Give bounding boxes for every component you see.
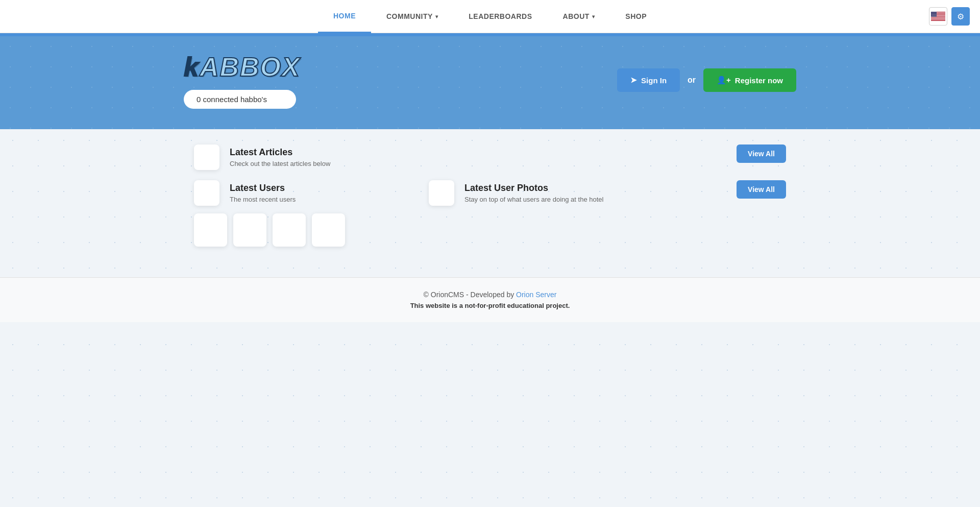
gear-icon: ⚙ <box>957 12 964 21</box>
hero-section: k A B B O X 0 connected habbo's ➤ Sign I… <box>0 36 980 129</box>
chevron-down-icon: ▾ <box>435 14 438 19</box>
nav-item-home[interactable]: HOME <box>318 0 371 33</box>
svg-rect-8 <box>931 17 945 18</box>
hero-auth-buttons: ➤ Sign In or 👤+ Register now <box>617 68 796 92</box>
connected-badge: 0 connected habbo's <box>184 90 296 109</box>
navbar: HOME COMMUNITY ▾ LEADERBOARDS ABOUT ▾ SH… <box>0 0 980 33</box>
articles-title: Latest Articles <box>230 147 330 158</box>
articles-text: Latest Articles Check out the latest art… <box>230 147 330 167</box>
footer-tagline: This website is a not-for-profit educati… <box>10 302 970 309</box>
latest-articles-row: Latest Articles Check out the latest art… <box>194 144 786 170</box>
user-avatar-card[interactable] <box>194 213 227 247</box>
user-avatar-card[interactable] <box>273 213 306 247</box>
photos-title: Latest User Photos <box>464 183 603 194</box>
users-text: Latest Users The most recent users <box>230 183 296 203</box>
users-icon-box <box>194 180 219 206</box>
settings-button[interactable]: ⚙ <box>951 7 970 26</box>
photos-subtitle: Stay on top of what users are doing at t… <box>464 196 603 203</box>
user-avatar-card[interactable] <box>312 213 345 247</box>
footer-copyright: © OrionCMS - Developed by Orion Server <box>10 291 970 299</box>
svg-rect-9 <box>931 18 945 18</box>
signin-button[interactable]: ➤ Sign In <box>617 68 680 92</box>
user-avatar-card[interactable] <box>233 213 266 247</box>
signin-icon: ➤ <box>630 76 637 85</box>
chevron-down-icon: ▾ <box>592 14 595 19</box>
hero-content: k A B B O X 0 connected habbo's ➤ Sign I… <box>184 52 796 109</box>
articles-icon-box <box>194 144 219 170</box>
latest-photos-info: Latest User Photos Stay on top of what u… <box>429 180 603 206</box>
articles-view-all-button[interactable]: View All <box>737 144 786 163</box>
svg-rect-12 <box>931 20 945 21</box>
navbar-right-controls: ★★★★★★ ★★★★★ ★★★★★★ ★★★★★ ⚙ <box>929 7 970 26</box>
users-title: Latest Users <box>230 183 296 194</box>
orion-server-link[interactable]: Orion Server <box>516 291 556 299</box>
nav-item-about[interactable]: ABOUT ▾ <box>548 0 610 33</box>
nav-item-leaderboards[interactable]: LEADERBOARDS <box>453 0 547 33</box>
svg-rect-10 <box>931 19 945 19</box>
or-divider: or <box>688 76 696 85</box>
site-logo: k A B B O X <box>184 52 301 82</box>
latest-users-info: Latest Users The most recent users <box>194 180 296 206</box>
users-view-all-button[interactable]: View All <box>737 180 786 199</box>
hero-left: k A B B O X 0 connected habbo's <box>184 52 301 109</box>
users-photos-section: Latest Users The most recent users Lates… <box>194 180 786 247</box>
latest-articles-info: Latest Articles Check out the latest art… <box>194 144 330 170</box>
main-content: Latest Articles Check out the latest art… <box>184 129 796 277</box>
nav-item-community[interactable]: COMMUNITY ▾ <box>371 0 453 33</box>
nav-links: HOME COMMUNITY ▾ LEADERBOARDS ABOUT ▾ SH… <box>318 0 662 33</box>
photos-text: Latest User Photos Stay on top of what u… <box>464 183 603 203</box>
language-flag-button[interactable]: ★★★★★★ ★★★★★ ★★★★★★ ★★★★★ <box>929 7 947 26</box>
register-button[interactable]: 👤+ Register now <box>703 68 796 92</box>
us-flag-icon: ★★★★★★ ★★★★★ ★★★★★★ ★★★★★ <box>931 12 945 21</box>
user-avatar-list <box>194 213 786 247</box>
nav-item-shop[interactable]: SHOP <box>610 0 662 33</box>
svg-rect-11 <box>931 19 945 20</box>
users-subtitle: The most recent users <box>230 196 296 203</box>
articles-subtitle: Check out the latest articles below <box>230 160 330 167</box>
user-add-icon: 👤+ <box>717 76 731 85</box>
footer: © OrionCMS - Developed by Orion Server T… <box>0 277 980 322</box>
photos-icon-box <box>429 180 454 206</box>
users-photos-row: Latest Users The most recent users Lates… <box>194 180 786 206</box>
